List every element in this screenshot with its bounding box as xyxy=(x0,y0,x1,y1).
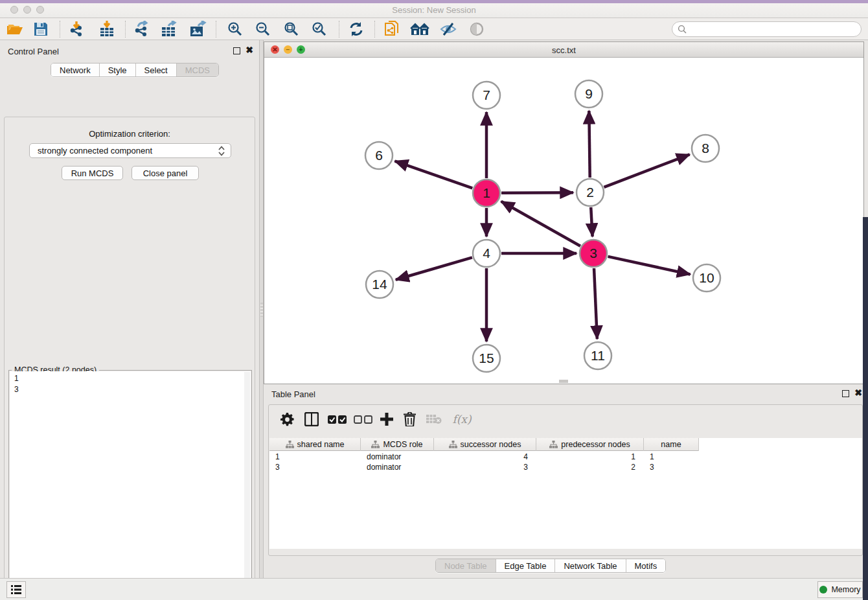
export-image-icon[interactable] xyxy=(188,20,207,38)
export-network-icon[interactable] xyxy=(131,20,151,38)
node-label-9: 9 xyxy=(585,86,593,101)
node-label-14: 14 xyxy=(372,277,387,292)
edge-2-9[interactable] xyxy=(589,111,589,178)
split-view-icon[interactable] xyxy=(303,410,321,428)
column-header-name[interactable]: name xyxy=(644,438,699,451)
memory-button[interactable]: Memory xyxy=(817,581,863,598)
node-label-10: 10 xyxy=(699,270,714,285)
tab-select[interactable]: Select xyxy=(136,63,177,76)
vertical-splitter[interactable] xyxy=(259,40,264,578)
edge-3-1[interactable] xyxy=(501,202,580,246)
run-mcds-button[interactable]: Run MCDS xyxy=(62,166,123,180)
app-title-bar: Session: New Session xyxy=(0,0,868,18)
column-header-successor-nodes[interactable]: successor nodes xyxy=(434,438,536,451)
export-table-icon[interactable] xyxy=(159,20,179,38)
node-label-8: 8 xyxy=(702,141,709,156)
close-table-panel-icon[interactable]: ✖ xyxy=(854,388,863,397)
column-header-predecessor-nodes[interactable]: predecessor nodes xyxy=(536,438,644,451)
close-panel-button[interactable]: Close panel xyxy=(131,166,199,180)
refresh-icon[interactable] xyxy=(347,20,366,38)
tab-node-table[interactable]: Node Table xyxy=(436,559,496,572)
edge-1-6[interactable] xyxy=(395,161,473,189)
canvas-hscroll-thumb[interactable] xyxy=(559,380,568,383)
column-header-shared-name[interactable]: shared name xyxy=(269,438,361,451)
tab-edge-table[interactable]: Edge Table xyxy=(496,559,556,572)
close-panel-icon[interactable]: ✖ xyxy=(245,45,254,54)
gear-icon[interactable] xyxy=(279,410,295,428)
search-box[interactable] xyxy=(672,21,862,37)
node-table[interactable]: shared nameMCDS rolesuccessor nodesprede… xyxy=(269,438,862,549)
mcds-result-group: MCDS result (2 nodes) 1 3 xyxy=(8,365,252,600)
network-window-titlebar[interactable]: ✕ − + scc.txt xyxy=(264,42,863,58)
cell-MCDS-role: dominator xyxy=(367,463,426,472)
toolbar-separator xyxy=(125,21,126,38)
delete-column-icon[interactable] xyxy=(400,410,418,428)
node-label-1: 1 xyxy=(483,185,490,200)
edge-2-3[interactable] xyxy=(591,207,592,237)
float-panel-icon[interactable] xyxy=(233,47,240,54)
tab-style[interactable]: Style xyxy=(100,63,136,76)
table-row[interactable]: 1dominator411 xyxy=(269,452,862,462)
network-canvas[interactable]: 7968124314101511 xyxy=(264,58,863,384)
column-header-label: MCDS role xyxy=(383,440,422,449)
hide-selected-icon[interactable] xyxy=(439,20,458,38)
add-column-icon[interactable] xyxy=(378,410,396,428)
zoom-fit-icon[interactable] xyxy=(282,20,301,38)
import-network-icon[interactable] xyxy=(67,20,86,38)
show-all-icon[interactable] xyxy=(467,20,486,38)
hierarchy-icon xyxy=(371,441,380,448)
clone-network-icon[interactable] xyxy=(382,20,402,38)
tab-network[interactable]: Network xyxy=(51,63,100,76)
column-header-label: successor nodes xyxy=(461,440,521,449)
tab-network-table[interactable]: Network Table xyxy=(555,559,626,572)
dropdown-stepper-icon xyxy=(218,145,225,157)
mcds-result-text[interactable]: 1 3 xyxy=(10,371,251,600)
tab-motifs[interactable]: Motifs xyxy=(626,559,666,572)
table-header-row: shared nameMCDS rolesuccessor nodesprede… xyxy=(269,438,699,451)
function-builder-icon[interactable]: f(x) xyxy=(449,410,475,428)
zoom-out-icon[interactable] xyxy=(253,20,273,38)
edge-3-11[interactable] xyxy=(594,268,597,339)
column-header-label: shared name xyxy=(297,440,345,449)
network-view-window: ✕ − + scc.txt 7968124314101511 xyxy=(264,41,864,384)
result-scrollbar[interactable] xyxy=(244,372,250,600)
float-table-panel-icon[interactable] xyxy=(842,390,849,397)
memory-label: Memory xyxy=(831,585,860,594)
node-label-2: 2 xyxy=(586,185,594,200)
cell-name: 3 xyxy=(650,463,691,472)
edge-4-14[interactable] xyxy=(396,257,472,279)
hierarchy-icon xyxy=(449,441,457,448)
home-layout-icon[interactable] xyxy=(410,20,429,38)
edge-3-10[interactable] xyxy=(608,257,690,275)
delete-table-icon[interactable] xyxy=(424,410,444,428)
optimization-criterion-dropdown[interactable]: strongly connected component xyxy=(29,143,231,158)
column-header-label: predecessor nodes xyxy=(561,440,630,449)
toolbar-separator xyxy=(374,21,375,38)
open-folder-icon[interactable] xyxy=(5,20,25,38)
node-table-container: f(x) shared nameMCDS rolesuccessor nodes… xyxy=(268,404,863,556)
control-panel-title: Control Panel xyxy=(8,47,59,56)
dropdown-value: strongly connected component xyxy=(38,146,152,156)
node-label-4: 4 xyxy=(483,246,490,260)
deselect-all-icon[interactable] xyxy=(353,410,374,428)
save-icon[interactable] xyxy=(31,20,51,38)
cell-shared-name: 3 xyxy=(275,463,352,472)
zoom-in-icon[interactable] xyxy=(225,20,245,38)
tab-mcds[interactable]: MCDS xyxy=(177,63,218,76)
select-all-icon[interactable] xyxy=(327,410,348,428)
column-header-MCDS-role[interactable]: MCDS role xyxy=(361,438,434,451)
table-panel: Table Panel ✖ f(x) shared nameMCDS roles… xyxy=(264,387,864,578)
edge-1-2[interactable] xyxy=(501,192,573,193)
column-header-label: name xyxy=(661,440,681,449)
cell-successor-nodes: 4 xyxy=(440,452,528,461)
network-window-title: scc.txt xyxy=(264,45,863,55)
splitter-grip[interactable] xyxy=(260,303,263,317)
mcds-tab-content: Optimization criterion: strongly connect… xyxy=(4,117,255,600)
task-history-button[interactable] xyxy=(6,581,26,598)
table-row[interactable]: 3dominator323 xyxy=(269,462,862,472)
search-input[interactable] xyxy=(687,25,861,34)
edge-2-8[interactable] xyxy=(604,154,689,187)
zoom-selected-icon[interactable] xyxy=(310,20,329,38)
node-label-6: 6 xyxy=(375,148,383,163)
import-table-icon[interactable] xyxy=(97,20,117,38)
